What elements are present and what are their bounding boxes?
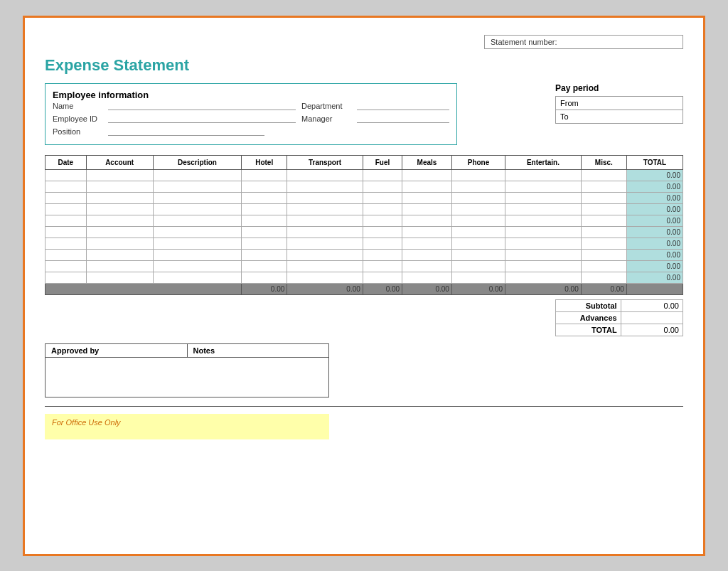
row-cell [46,272,87,283]
row-cell [242,192,287,203]
row-cell [505,249,582,260]
subtotal-meals: 0.00 [402,283,452,294]
subtotal-misc: 0.00 [581,283,626,294]
row-cell [581,215,626,226]
row-cell [363,249,402,260]
row-cell [287,215,363,226]
office-use-box: For Office Use Only [45,414,329,439]
bottom-section: Approved by Notes [45,343,683,397]
row-cell [287,169,363,181]
approved-notes-header: Approved by Notes [46,344,328,358]
row-cell [287,272,363,283]
approved-notes-box: Approved by Notes [45,343,329,397]
table-row: 0.00 [46,238,683,249]
approved-by-label: Approved by [46,344,188,357]
row-cell [581,203,626,215]
table-row: 0.00 [46,203,683,215]
row-total-cell: 0.00 [626,181,682,192]
row-cell [402,249,452,260]
row-cell [86,169,153,181]
row-cell [46,249,87,260]
subtotals-table: Subtotal 0.00 Advances TOTAL 0.00 [555,299,683,336]
table-row: 0.00 [46,272,683,283]
row-cell [363,203,402,215]
subtotal-hotel: 0.00 [242,283,287,294]
table-row: 0.00 [46,192,683,203]
row-cell [46,169,87,181]
row-cell [287,238,363,249]
row-cell [86,192,153,203]
pay-period-to-label: To [556,110,683,123]
row-cell [153,226,241,238]
row-cell [242,215,287,226]
employee-info-box: Employee information Name Department Emp… [45,83,457,145]
subtotal-entertain: 0.00 [505,283,582,294]
subtotal-phone: 0.00 [451,283,505,294]
header-total: TOTAL [626,155,682,169]
manager-label: Manager [301,114,351,123]
row-cell [153,215,241,226]
advances-value [621,311,682,324]
row-total-cell: 0.00 [626,203,682,215]
header-date: Date [46,155,87,169]
row-cell [451,226,505,238]
page-title: Expense Statement [45,56,683,75]
employee-id-label: Employee ID [53,114,102,123]
header-account: Account [86,155,153,169]
pay-period-table: From To [555,96,683,124]
employee-id-field[interactable] [108,113,296,123]
table-subtotal-row: 0.00 0.00 0.00 0.00 0.00 0.00 0.00 [46,283,683,294]
manager-field[interactable] [357,113,449,123]
row-cell [287,203,363,215]
row-cell [505,203,582,215]
row-total-cell: 0.00 [626,215,682,226]
position-label: Position [53,127,102,136]
row-cell [86,226,153,238]
name-label: Name [53,102,102,110]
row-cell [451,215,505,226]
office-use-text: For Office Use Only [52,418,121,427]
row-cell [46,238,87,249]
row-cell [86,272,153,283]
name-row: Name Department [53,100,449,110]
row-cell [402,169,452,181]
row-cell [402,192,452,203]
header-phone: Phone [451,155,505,169]
row-cell [505,238,582,249]
employee-id-row: Employee ID Manager [53,113,449,123]
row-cell [46,203,87,215]
row-cell [581,260,626,272]
position-field[interactable] [108,126,264,136]
approved-notes-body [46,358,328,397]
row-cell [451,238,505,249]
row-cell [287,226,363,238]
row-cell [581,192,626,203]
row-cell [402,272,452,283]
name-field[interactable] [108,100,296,110]
department-field[interactable] [357,100,449,110]
row-cell [581,238,626,249]
row-cell [505,215,582,226]
row-cell [242,238,287,249]
total-value: 0.00 [621,324,682,336]
row-cell [363,260,402,272]
pay-period-heading: Pay period [555,83,683,93]
row-cell [153,249,241,260]
row-total-cell: 0.00 [626,249,682,260]
row-cell [287,260,363,272]
row-cell [505,226,582,238]
expense-statement-page: Statement number: Expense Statement Empl… [23,16,705,556]
row-cell [402,260,452,272]
row-cell [46,215,87,226]
row-cell [451,272,505,283]
row-cell [451,169,505,181]
row-cell [363,169,402,181]
advances-label: Advances [556,311,621,324]
employee-info-heading: Employee information [53,90,449,100]
divider [45,406,683,407]
row-cell [86,203,153,215]
pay-period-from-label: From [556,96,683,110]
total-label: TOTAL [556,324,621,336]
row-cell [153,238,241,249]
pay-period-from-row: From [556,96,683,110]
